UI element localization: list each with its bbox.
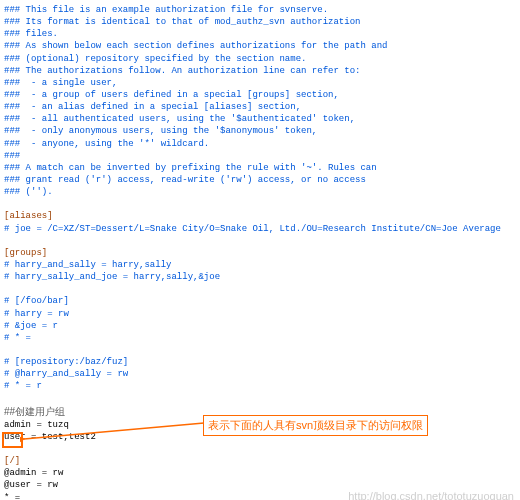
callout-annotation: 表示下面的人具有svn顶级目录下的访问权限 <box>203 415 428 436</box>
aliases-line: # joe = /C=XZ/ST=Dessert/L=Snake City/O=… <box>4 224 501 234</box>
highlight-box <box>2 432 23 448</box>
aliases-header: [aliases] <box>4 211 53 221</box>
groups-lines: # harry_and_sally = harry,sally # harry_… <box>4 260 220 282</box>
root-section-lines: @admin = rw @user = rw * = <box>4 468 63 500</box>
foo-section: # [/foo/bar] # harry = rw # &joe = r # *… <box>4 296 69 342</box>
repo-section: # [repository:/baz/fuz] # @harry_and_sal… <box>4 357 128 391</box>
create-group-note: ##创建用户组 <box>4 406 65 417</box>
groups-header: [groups] <box>4 248 47 258</box>
top-comment-block: ### This file is an example authorizatio… <box>4 5 387 197</box>
root-section-header: [/] <box>4 456 20 466</box>
watermark-text: http://blog.csdn.net/tototuzuoquan <box>348 489 514 500</box>
